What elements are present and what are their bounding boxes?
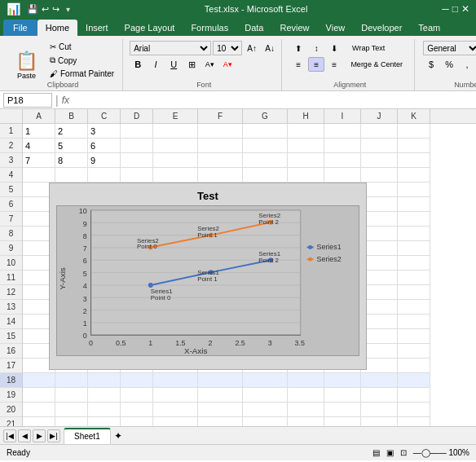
row-8[interactable]: 8 — [0, 227, 22, 241]
cell-i3[interactable] — [324, 153, 361, 168]
cell-j18[interactable] — [361, 373, 398, 388]
border-button[interactable]: ⊞ — [183, 57, 200, 72]
cell-d4[interactable] — [121, 168, 153, 183]
cell-a19[interactable] — [23, 388, 55, 403]
cell-e20[interactable] — [153, 403, 198, 417]
align-right-button[interactable]: ≡ — [326, 57, 342, 72]
cell-k19[interactable] — [398, 388, 430, 403]
row-20[interactable]: 20 — [0, 403, 22, 417]
first-sheet-button[interactable]: |◀ — [3, 429, 16, 442]
paste-button[interactable]: 📋 Paste — [8, 48, 45, 82]
cell-b1[interactable]: 2 — [55, 124, 88, 139]
cell-e1[interactable] — [153, 124, 198, 139]
cell-k10[interactable] — [398, 256, 430, 271]
percent-button[interactable]: % — [441, 57, 457, 72]
cell-h4[interactable] — [288, 168, 324, 183]
zoom-slider[interactable]: —◯—— 100% — [413, 448, 469, 457]
cell-k5[interactable] — [398, 183, 430, 197]
cell-c20[interactable] — [88, 403, 121, 417]
row-13[interactable]: 13 — [0, 300, 22, 315]
row-16[interactable]: 16 — [0, 344, 22, 359]
quick-access-undo[interactable]: ↩ — [42, 4, 49, 15]
align-center-button[interactable]: ≡ — [308, 57, 324, 72]
cell-k8[interactable] — [398, 227, 430, 241]
tab-data[interactable]: Data — [236, 20, 271, 36]
col-header-b[interactable]: B — [55, 109, 88, 123]
align-middle-button[interactable]: ↕ — [308, 41, 324, 55]
cell-k15[interactable] — [398, 329, 430, 344]
cell-c18[interactable] — [88, 373, 121, 388]
cell-e3[interactable] — [153, 153, 198, 168]
tab-page-layout[interactable]: Page Layout — [117, 20, 183, 36]
col-header-d[interactable]: D — [121, 109, 153, 123]
col-header-c[interactable]: C — [88, 109, 121, 123]
comma-button[interactable]: , — [459, 57, 475, 72]
cell-f2[interactable] — [198, 139, 243, 153]
increase-font-button[interactable]: A↑ — [244, 41, 260, 55]
align-bottom-button[interactable]: ⬇ — [326, 41, 342, 55]
cell-b18[interactable] — [55, 373, 88, 388]
col-header-j[interactable]: J — [361, 109, 398, 123]
row-21[interactable]: 21 — [0, 417, 22, 426]
cell-g2[interactable] — [243, 139, 288, 153]
col-header-g[interactable]: G — [243, 109, 288, 123]
bold-button[interactable]: B — [130, 57, 146, 72]
row-18[interactable]: 18 — [0, 373, 22, 388]
cell-f19[interactable] — [198, 388, 243, 403]
row-2[interactable]: 2 — [0, 139, 22, 153]
row-12[interactable]: 12 — [0, 285, 22, 300]
tab-file[interactable]: File — [3, 20, 37, 36]
wrap-text-button[interactable]: Wrap Text — [344, 41, 393, 55]
cell-k17[interactable] — [398, 359, 430, 373]
row-5[interactable]: 5 — [0, 183, 22, 197]
decrease-font-button[interactable]: A↓ — [262, 41, 278, 55]
tab-review[interactable]: Review — [271, 20, 317, 36]
view-layout-icon[interactable]: ▣ — [386, 448, 394, 457]
cell-h1[interactable] — [288, 124, 324, 139]
row-3[interactable]: 3 — [0, 153, 22, 168]
row-14[interactable]: 14 — [0, 315, 22, 329]
cell-k9[interactable] — [398, 241, 430, 256]
row-19[interactable]: 19 — [0, 388, 22, 403]
cell-b3[interactable]: 8 — [55, 153, 88, 168]
maximize-btn[interactable]: □ — [452, 3, 458, 15]
cell-c21[interactable] — [88, 417, 121, 426]
cell-i4[interactable] — [324, 168, 361, 183]
cell-k2[interactable] — [398, 139, 430, 153]
cell-h2[interactable] — [288, 139, 324, 153]
cell-b2[interactable]: 5 — [55, 139, 88, 153]
cell-j2[interactable] — [361, 139, 398, 153]
cell-d2[interactable] — [121, 139, 153, 153]
cell-k6[interactable] — [398, 197, 430, 212]
tab-team[interactable]: Team — [410, 20, 448, 36]
align-top-button[interactable]: ⬆ — [290, 41, 306, 55]
cell-a4[interactable] — [23, 168, 55, 183]
row-7[interactable]: 7 — [0, 212, 22, 227]
tab-view[interactable]: View — [318, 20, 354, 36]
view-pagebreak-icon[interactable]: ⊡ — [400, 448, 407, 457]
cell-b4[interactable] — [55, 168, 88, 183]
cell-a3[interactable]: 7 — [23, 153, 55, 168]
cell-d1[interactable] — [121, 124, 153, 139]
row-4[interactable]: 4 — [0, 168, 22, 183]
cell-e19[interactable] — [153, 388, 198, 403]
cell-g1[interactable] — [243, 124, 288, 139]
chart-container[interactable]: Test — [49, 183, 367, 370]
cell-k4[interactable] — [398, 168, 430, 183]
cell-k14[interactable] — [398, 315, 430, 329]
cell-c4[interactable] — [88, 168, 121, 183]
row-6[interactable]: 6 — [0, 197, 22, 212]
cell-d21[interactable] — [121, 417, 153, 426]
cell-f1[interactable] — [198, 124, 243, 139]
cell-c19[interactable] — [88, 388, 121, 403]
cell-a1[interactable]: 1 — [23, 124, 55, 139]
row-9[interactable]: 9 — [0, 241, 22, 256]
cell-e4[interactable] — [153, 168, 198, 183]
cell-d18[interactable] — [121, 373, 153, 388]
copy-button[interactable]: ⧉ Copy — [46, 54, 117, 67]
merge-center-button[interactable]: Merge & Center — [344, 57, 409, 72]
cell-k18[interactable] — [398, 373, 430, 388]
cell-j4[interactable] — [361, 168, 398, 183]
cell-a20[interactable] — [23, 403, 55, 417]
row-17[interactable]: 17 — [0, 359, 22, 373]
